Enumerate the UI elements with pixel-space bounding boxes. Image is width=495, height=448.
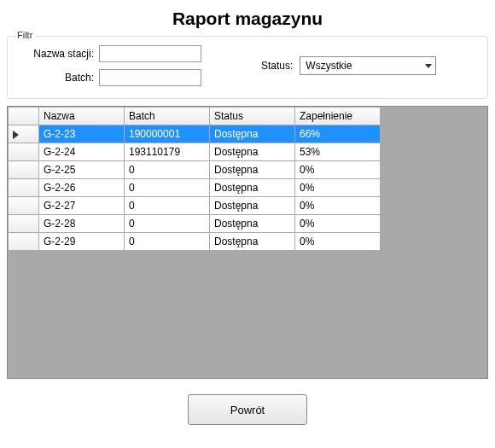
chevron-down-icon <box>425 64 432 68</box>
cell-name[interactable]: G-2-26 <box>39 179 125 197</box>
row-header[interactable] <box>9 125 39 143</box>
page-title: Raport magazynu <box>0 0 495 36</box>
cell-fill[interactable]: 0% <box>295 233 381 251</box>
batch-input[interactable] <box>99 69 201 86</box>
cell-status[interactable]: Dostępna <box>210 233 295 251</box>
col-header-batch[interactable]: Batch <box>125 108 210 125</box>
cell-batch[interactable]: 0 <box>125 197 210 215</box>
cell-batch[interactable]: 0 <box>125 215 210 233</box>
cell-status[interactable]: Dostępna <box>210 161 295 179</box>
row-header[interactable] <box>9 161 39 179</box>
station-input[interactable] <box>99 45 201 62</box>
table-row[interactable]: G-2-290Dostępna0% <box>9 233 381 251</box>
cell-batch[interactable]: 193110179 <box>125 143 210 161</box>
cell-batch[interactable]: 0 <box>125 179 210 197</box>
cell-batch[interactable]: 190000001 <box>125 125 210 143</box>
table-row[interactable]: G-2-260Dostępna0% <box>9 179 381 197</box>
cell-fill[interactable]: 0% <box>295 215 381 233</box>
cell-status[interactable]: Dostępna <box>210 125 295 143</box>
cell-fill[interactable]: 66% <box>295 125 381 143</box>
table-row[interactable]: G-2-270Dostępna0% <box>9 197 381 215</box>
cell-fill[interactable]: 0% <box>295 197 381 215</box>
table-row[interactable]: G-2-280Dostępna0% <box>9 215 381 233</box>
col-header-status[interactable]: Status <box>210 108 295 125</box>
row-header[interactable] <box>9 143 39 161</box>
row-header[interactable] <box>9 197 39 215</box>
row-header[interactable] <box>9 233 39 251</box>
row-header[interactable] <box>9 215 39 233</box>
status-dropdown[interactable]: Wszystkie <box>300 56 436 75</box>
col-header-fill[interactable]: Zapełnienie <box>295 108 381 125</box>
cell-fill[interactable]: 0% <box>295 179 381 197</box>
cell-status[interactable]: Dostępna <box>210 215 295 233</box>
back-button[interactable]: Powrót <box>188 394 307 425</box>
cell-fill[interactable]: 53% <box>295 143 381 161</box>
filter-legend: Filtr <box>15 30 35 40</box>
table-row[interactable]: G-2-23190000001Dostępna66% <box>9 125 381 143</box>
filter-panel: Filtr Nazwa stacji: Batch: Status: Wszys… <box>7 36 488 99</box>
status-label: Status: <box>261 60 300 72</box>
cell-name[interactable]: G-2-24 <box>39 143 125 161</box>
station-label: Nazwa stacji: <box>18 48 99 60</box>
cell-name[interactable]: G-2-23 <box>39 125 125 143</box>
col-header-selector[interactable] <box>9 108 39 125</box>
cell-batch[interactable]: 0 <box>125 233 210 251</box>
row-indicator-icon <box>13 131 19 139</box>
cell-status[interactable]: Dostępna <box>210 197 295 215</box>
cell-name[interactable]: G-2-29 <box>39 233 125 251</box>
cell-name[interactable]: G-2-25 <box>39 161 125 179</box>
cell-status[interactable]: Dostępna <box>210 143 295 161</box>
batch-label: Batch: <box>18 72 99 84</box>
cell-name[interactable]: G-2-27 <box>39 197 125 215</box>
table-row[interactable]: G-2-24193110179Dostępna53% <box>9 143 381 161</box>
table-row[interactable]: G-2-250Dostępna0% <box>9 161 381 179</box>
cell-fill[interactable]: 0% <box>295 161 381 179</box>
col-header-name[interactable]: Nazwa <box>39 108 125 125</box>
row-header[interactable] <box>9 179 39 197</box>
status-dropdown-value: Wszystkie <box>306 60 352 72</box>
data-grid[interactable]: Nazwa Batch Status Zapełnienie G-2-23190… <box>7 106 488 379</box>
cell-name[interactable]: G-2-28 <box>39 215 125 233</box>
cell-batch[interactable]: 0 <box>125 161 210 179</box>
cell-status[interactable]: Dostępna <box>210 179 295 197</box>
